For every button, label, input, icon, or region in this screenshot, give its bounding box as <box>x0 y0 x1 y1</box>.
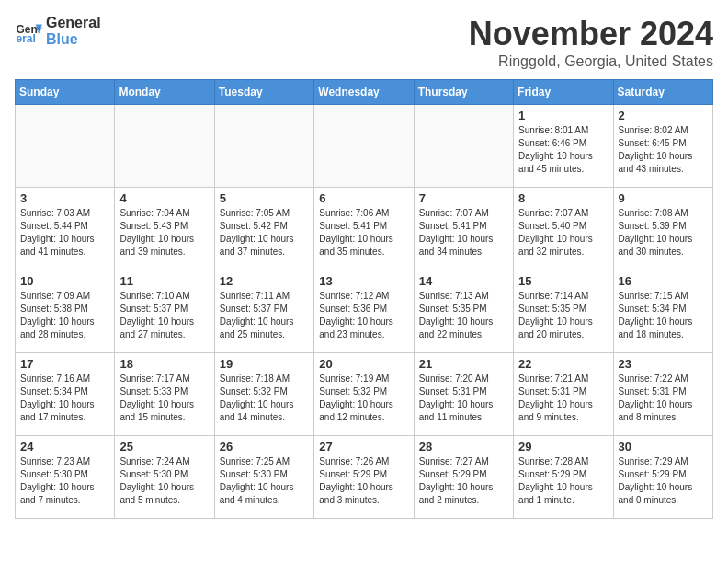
day-number: 26 <box>220 440 309 454</box>
day-number: 7 <box>419 191 508 205</box>
day-number: 28 <box>419 440 508 454</box>
calendar-week-row: 3Sunrise: 7:03 AMSunset: 5:44 PMDaylight… <box>16 188 713 270</box>
day-number: 1 <box>518 109 608 122</box>
weekday-header-cell: Thursday <box>414 80 513 105</box>
cell-info: Sunrise: 7:21 AMSunset: 5:31 PMDaylight:… <box>518 373 608 424</box>
day-number: 21 <box>419 357 508 371</box>
calendar-cell: 21Sunrise: 7:20 AMSunset: 5:31 PMDayligh… <box>414 353 513 436</box>
cell-info: Sunrise: 7:09 AMSunset: 5:38 PMDaylight:… <box>20 290 109 341</box>
day-number: 17 <box>20 357 109 371</box>
calendar-cell: 17Sunrise: 7:16 AMSunset: 5:34 PMDayligh… <box>16 353 115 436</box>
cell-info: Sunrise: 7:03 AMSunset: 5:44 PMDaylight:… <box>20 207 109 259</box>
day-number: 12 <box>220 274 309 288</box>
calendar-cell: 5Sunrise: 7:05 AMSunset: 5:42 PMDaylight… <box>214 188 313 270</box>
weekday-header-cell: Tuesday <box>214 80 313 105</box>
cell-info: Sunrise: 7:15 AMSunset: 5:34 PMDaylight:… <box>619 290 708 341</box>
day-number: 22 <box>518 357 608 371</box>
cell-info: Sunrise: 7:14 AMSunset: 5:35 PMDaylight:… <box>518 290 608 341</box>
calendar-cell: 29Sunrise: 7:28 AMSunset: 5:29 PMDayligh… <box>514 436 613 519</box>
calendar-body: 1Sunrise: 8:01 AMSunset: 6:46 PMDaylight… <box>16 105 713 519</box>
calendar-cell: 4Sunrise: 7:04 AMSunset: 5:43 PMDaylight… <box>115 188 214 270</box>
cell-info: Sunrise: 7:20 AMSunset: 5:31 PMDaylight:… <box>419 373 508 424</box>
calendar-cell: 27Sunrise: 7:26 AMSunset: 5:29 PMDayligh… <box>314 436 414 519</box>
day-number: 6 <box>319 191 408 205</box>
location-subtitle: Ringgold, Georgia, United States <box>469 53 713 70</box>
logo-blue-text: Blue <box>46 31 78 47</box>
calendar-cell <box>414 105 513 188</box>
day-number: 4 <box>119 191 209 205</box>
day-number: 18 <box>119 357 209 371</box>
cell-info: Sunrise: 7:16 AMSunset: 5:34 PMDaylight:… <box>20 373 109 424</box>
cell-info: Sunrise: 7:12 AMSunset: 5:36 PMDaylight:… <box>319 290 408 341</box>
weekday-header-cell: Wednesday <box>314 80 414 105</box>
calendar-cell: 10Sunrise: 7:09 AMSunset: 5:38 PMDayligh… <box>16 270 115 353</box>
calendar-cell: 19Sunrise: 7:18 AMSunset: 5:32 PMDayligh… <box>214 353 313 436</box>
cell-info: Sunrise: 8:02 AMSunset: 6:45 PMDaylight:… <box>619 124 708 176</box>
cell-info: Sunrise: 7:28 AMSunset: 5:29 PMDaylight:… <box>518 455 608 507</box>
calendar-cell: 6Sunrise: 7:06 AMSunset: 5:41 PMDaylight… <box>314 188 414 270</box>
cell-info: Sunrise: 7:23 AMSunset: 5:30 PMDaylight:… <box>20 455 109 507</box>
weekday-header-cell: Sunday <box>16 80 115 105</box>
cell-info: Sunrise: 7:17 AMSunset: 5:33 PMDaylight:… <box>119 373 209 424</box>
cell-info: Sunrise: 7:05 AMSunset: 5:42 PMDaylight:… <box>220 207 309 259</box>
calendar-cell: 11Sunrise: 7:10 AMSunset: 5:37 PMDayligh… <box>115 270 214 353</box>
day-number: 9 <box>619 191 708 205</box>
cell-info: Sunrise: 7:13 AMSunset: 5:35 PMDaylight:… <box>419 290 508 341</box>
page-header: Gen eral General Blue November 2024 Ring… <box>15 15 713 70</box>
calendar-cell: 15Sunrise: 7:14 AMSunset: 5:35 PMDayligh… <box>514 270 613 353</box>
calendar-week-row: 1Sunrise: 8:01 AMSunset: 6:46 PMDaylight… <box>16 105 713 188</box>
calendar-cell: 22Sunrise: 7:21 AMSunset: 5:31 PMDayligh… <box>514 353 613 436</box>
calendar-cell: 30Sunrise: 7:29 AMSunset: 5:29 PMDayligh… <box>613 436 712 519</box>
cell-info: Sunrise: 7:18 AMSunset: 5:32 PMDaylight:… <box>220 373 309 424</box>
calendar-cell: 13Sunrise: 7:12 AMSunset: 5:36 PMDayligh… <box>314 270 414 353</box>
cell-info: Sunrise: 7:04 AMSunset: 5:43 PMDaylight:… <box>119 207 209 259</box>
cell-info: Sunrise: 8:01 AMSunset: 6:46 PMDaylight:… <box>518 124 608 176</box>
month-title: November 2024 <box>469 15 713 53</box>
day-number: 30 <box>619 440 708 454</box>
day-number: 14 <box>419 274 508 288</box>
day-number: 16 <box>619 274 708 288</box>
weekday-header-cell: Friday <box>514 80 613 105</box>
day-number: 29 <box>518 440 608 454</box>
cell-info: Sunrise: 7:08 AMSunset: 5:39 PMDaylight:… <box>619 207 708 259</box>
calendar-cell: 14Sunrise: 7:13 AMSunset: 5:35 PMDayligh… <box>414 270 513 353</box>
day-number: 23 <box>619 357 708 371</box>
calendar-cell: 23Sunrise: 7:22 AMSunset: 5:31 PMDayligh… <box>613 353 712 436</box>
calendar-cell: 3Sunrise: 7:03 AMSunset: 5:44 PMDaylight… <box>16 188 115 270</box>
calendar-cell: 12Sunrise: 7:11 AMSunset: 5:37 PMDayligh… <box>214 270 313 353</box>
logo-general-text: General <box>46 15 101 30</box>
calendar-cell: 28Sunrise: 7:27 AMSunset: 5:29 PMDayligh… <box>414 436 513 519</box>
cell-info: Sunrise: 7:29 AMSunset: 5:29 PMDaylight:… <box>619 455 708 507</box>
calendar-cell <box>115 105 214 188</box>
logo: Gen eral General Blue <box>15 15 101 47</box>
calendar-cell: 1Sunrise: 8:01 AMSunset: 6:46 PMDaylight… <box>514 105 613 188</box>
calendar-cell: 7Sunrise: 7:07 AMSunset: 5:41 PMDaylight… <box>414 188 513 270</box>
svg-text:eral: eral <box>17 32 36 45</box>
calendar-cell: 9Sunrise: 7:08 AMSunset: 5:39 PMDaylight… <box>613 188 712 270</box>
day-number: 15 <box>518 274 608 288</box>
title-block: November 2024 Ringgold, Georgia, United … <box>469 15 713 70</box>
cell-info: Sunrise: 7:06 AMSunset: 5:41 PMDaylight:… <box>319 207 408 259</box>
calendar-cell: 25Sunrise: 7:24 AMSunset: 5:30 PMDayligh… <box>115 436 214 519</box>
calendar-cell: 2Sunrise: 8:02 AMSunset: 6:45 PMDaylight… <box>613 105 712 188</box>
calendar-week-row: 10Sunrise: 7:09 AMSunset: 5:38 PMDayligh… <box>16 270 713 353</box>
day-number: 19 <box>220 357 309 371</box>
cell-info: Sunrise: 7:22 AMSunset: 5:31 PMDaylight:… <box>619 373 708 424</box>
calendar-cell: 16Sunrise: 7:15 AMSunset: 5:34 PMDayligh… <box>613 270 712 353</box>
cell-info: Sunrise: 7:07 AMSunset: 5:41 PMDaylight:… <box>419 207 508 259</box>
calendar-cell: 20Sunrise: 7:19 AMSunset: 5:32 PMDayligh… <box>314 353 414 436</box>
cell-info: Sunrise: 7:19 AMSunset: 5:32 PMDaylight:… <box>319 373 408 424</box>
day-number: 25 <box>119 440 209 454</box>
cell-info: Sunrise: 7:24 AMSunset: 5:30 PMDaylight:… <box>119 455 209 507</box>
weekday-header-row: SundayMondayTuesdayWednesdayThursdayFrid… <box>16 80 713 105</box>
calendar-cell: 24Sunrise: 7:23 AMSunset: 5:30 PMDayligh… <box>16 436 115 519</box>
calendar-cell <box>314 105 414 188</box>
day-number: 3 <box>20 191 109 205</box>
calendar-cell <box>16 105 115 188</box>
day-number: 20 <box>319 357 408 371</box>
day-number: 11 <box>119 274 209 288</box>
weekday-header-cell: Saturday <box>613 80 712 105</box>
calendar-cell: 26Sunrise: 7:25 AMSunset: 5:30 PMDayligh… <box>214 436 313 519</box>
day-number: 13 <box>319 274 408 288</box>
weekday-header-cell: Monday <box>115 80 214 105</box>
